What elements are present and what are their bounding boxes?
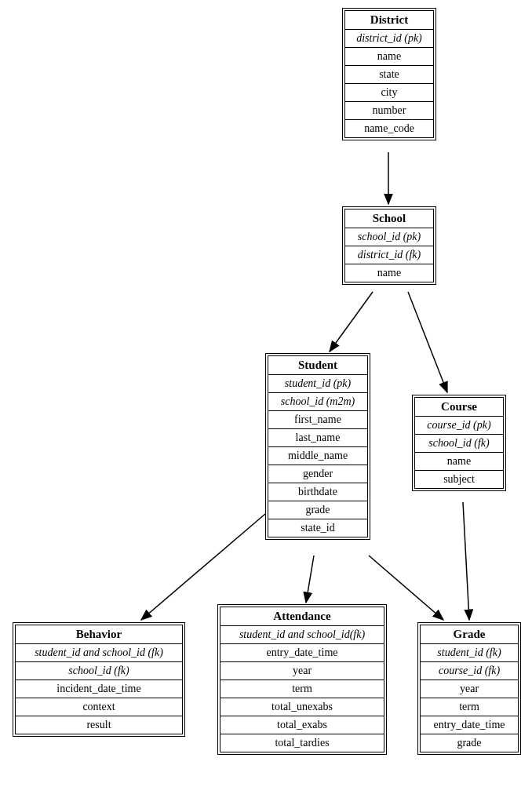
field: total_exabs xyxy=(220,716,384,734)
field: first_name xyxy=(268,411,367,429)
entity-title: Grade xyxy=(421,625,518,644)
field: last_name xyxy=(268,429,367,447)
field: name xyxy=(345,48,433,66)
svg-line-3 xyxy=(408,292,447,392)
field: state_id xyxy=(268,519,367,537)
field: school_id (pk) xyxy=(345,228,433,246)
field: incident_date_time xyxy=(16,680,182,698)
field: course_id (fk) xyxy=(421,662,518,680)
entity-attendance: Attendance student_id and school_id(fk) … xyxy=(217,604,387,755)
field: course_id (pk) xyxy=(415,417,503,435)
entity-student: Student student_id (pk) school_id (m2m) … xyxy=(265,353,370,540)
field: school_id (fk) xyxy=(16,662,182,680)
field: district_id (pk) xyxy=(345,30,433,48)
field: gender xyxy=(268,465,367,483)
field: district_id (fk) xyxy=(345,246,433,264)
field: term xyxy=(220,680,384,698)
field: state xyxy=(345,66,433,84)
field: context xyxy=(16,698,182,716)
field: total_unexabs xyxy=(220,698,384,716)
entity-title: Student xyxy=(268,356,367,375)
field: student_id and school_id (fk) xyxy=(16,644,182,662)
entity-course: Course course_id (pk) school_id (fk) nam… xyxy=(412,395,506,491)
field: subject xyxy=(415,471,503,488)
field: name_code xyxy=(345,120,433,137)
field: grade xyxy=(268,501,367,519)
entity-grade: Grade student_id (fk) course_id (fk) yea… xyxy=(417,622,521,755)
svg-line-2 xyxy=(330,292,373,352)
field: middle_name xyxy=(268,447,367,465)
field: city xyxy=(345,84,433,102)
field: birthdate xyxy=(268,483,367,501)
field: grade xyxy=(421,734,518,752)
field: number xyxy=(345,102,433,120)
field: student_id and school_id(fk) xyxy=(220,626,384,644)
field: school_id (m2m) xyxy=(268,393,367,411)
svg-line-7 xyxy=(463,502,469,620)
field: name xyxy=(415,453,503,471)
entity-title: School xyxy=(345,210,433,228)
field: total_tardies xyxy=(220,734,384,752)
svg-line-5 xyxy=(306,556,314,603)
entity-title: Course xyxy=(415,398,503,417)
field: term xyxy=(421,698,518,716)
entity-school: School school_id (pk) district_id (fk) n… xyxy=(342,206,436,285)
field: year xyxy=(220,662,384,680)
field: year xyxy=(421,680,518,698)
field: entry_date_time xyxy=(220,644,384,662)
field: name xyxy=(345,264,433,282)
field: school_id (fk) xyxy=(415,435,503,453)
field: student_id (pk) xyxy=(268,375,367,393)
entity-title: Attendance xyxy=(220,607,384,626)
entity-title: District xyxy=(345,11,433,30)
entity-behavior: Behavior student_id and school_id (fk) s… xyxy=(13,622,185,737)
field: entry_date_time xyxy=(421,716,518,734)
entity-title: Behavior xyxy=(16,625,182,644)
entity-district: District district_id (pk) name state cit… xyxy=(342,8,436,140)
field: result xyxy=(16,716,182,734)
field: student_id (fk) xyxy=(421,644,518,662)
